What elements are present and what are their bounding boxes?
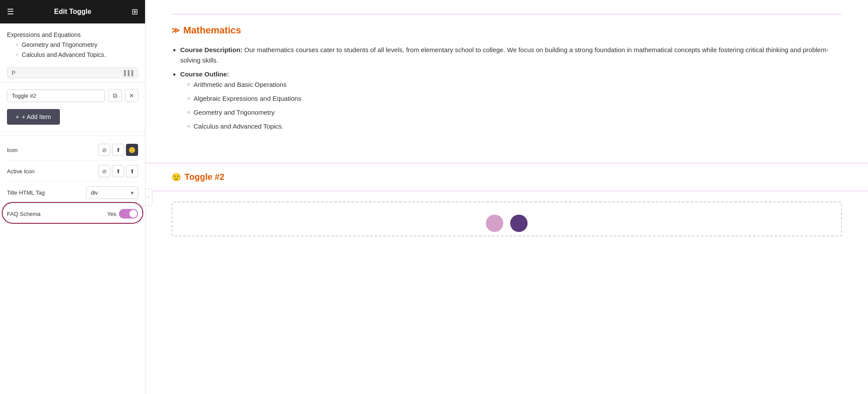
- active-icon-label: Active Icon: [7, 168, 35, 175]
- course-description-item: Course Description: Our mathematics cour…: [180, 45, 842, 66]
- toggle2-header: 🙂 Toggle #2: [145, 163, 868, 191]
- course-description-text: Our mathematics courses cater to student…: [180, 46, 828, 64]
- sidebar: ☰ Edit Toggle ⊞ Expressions and Equation…: [0, 0, 145, 394]
- faq-schema-toggle[interactable]: [119, 209, 138, 219]
- plus-icon: +: [16, 113, 19, 120]
- p-indicator: P ▐▐▐: [7, 67, 138, 78]
- copy-toggle-button[interactable]: ⧉: [109, 89, 122, 102]
- bullet-icon: ○: [16, 51, 18, 58]
- title-html-tag-label: Title HTML Tag: [7, 189, 45, 196]
- outline-item-4: Calculus and Advanced Topics.: [187, 121, 842, 132]
- active-icon-clear-button[interactable]: ⊘: [98, 165, 110, 177]
- icon-upload-button[interactable]: ⬆: [112, 144, 124, 156]
- dashed-placeholder-box: [172, 202, 842, 236]
- mathematics-list: Course Description: Our mathematics cour…: [180, 45, 842, 132]
- outline-sub-list: Arithmetic and Basic Operations Algebrai…: [187, 79, 842, 132]
- mathematics-title: ≫ Mathematics: [172, 25, 842, 36]
- divider2: [0, 132, 145, 132]
- active-icon-buttons: ⊘ ⬆ ⬆: [98, 165, 138, 177]
- hamburger-icon[interactable]: ☰: [7, 7, 14, 17]
- course-description-bold: Course Description:: [180, 46, 242, 53]
- title-html-tag-select-wrapper: div h1 h2 h3 h4 p span ▼: [86, 186, 138, 199]
- mathematics-section: ≫ Mathematics Course Description: Our ma…: [145, 0, 868, 152]
- faq-schema-toggle-wrapper: Yes: [107, 209, 138, 219]
- icon-clear-button[interactable]: ⊘: [98, 144, 110, 156]
- mathematics-body: Course Description: Our mathematics cour…: [172, 45, 842, 132]
- bar-chart-icon: ▐▐▐: [122, 70, 133, 76]
- icon-buttons: ⊘ ⬆ 🙂: [98, 144, 138, 156]
- sidebar-controls: Icon ⊘ ⬆ 🙂 Active Icon ⊘ ⬆ ⬆ Title HTML …: [0, 136, 145, 229]
- divider: [0, 82, 145, 82]
- icon-control-row: Icon ⊘ ⬆ 🙂: [7, 139, 138, 161]
- list-item-geometry: ○ Geometry and Trigonometry: [7, 40, 138, 50]
- list-item-calculus: ○ Calculus and Advanced Topics.: [7, 50, 138, 60]
- sidebar-scroll: Expressions and Equations ○ Geometry and…: [0, 23, 145, 394]
- add-item-button[interactable]: + + Add Item: [7, 109, 60, 125]
- faq-schema-label: FAQ Schema: [7, 211, 40, 217]
- toggle2-title: Toggle #2: [185, 172, 224, 182]
- sidebar-title: Edit Toggle: [54, 8, 92, 16]
- course-outline-bold: Course Outline:: [180, 70, 229, 78]
- title-html-tag-select[interactable]: div h1 h2 h3 h4 p span: [86, 186, 138, 199]
- active-icon-special-button[interactable]: ⬆: [126, 165, 138, 177]
- list-item-expressions: Expressions and Equations: [7, 30, 138, 40]
- dark-action-button[interactable]: [510, 215, 528, 232]
- pink-action-button[interactable]: [486, 215, 503, 232]
- sidebar-header: ☰ Edit Toggle ⊞: [0, 0, 145, 23]
- icon-emoji-button[interactable]: 🙂: [126, 144, 138, 156]
- sidebar-list-area: Expressions and Equations ○ Geometry and…: [0, 23, 145, 64]
- section-top-divider: [172, 14, 842, 14]
- bullet-icon: ○: [16, 41, 18, 48]
- active-icon-upload-button[interactable]: ⬆: [112, 165, 124, 177]
- outline-item-3: Geometry and Trigonometry: [187, 107, 842, 118]
- toggle2-row: ⧉ ✕: [0, 86, 145, 106]
- faq-schema-yes-label: Yes: [107, 211, 116, 217]
- active-icon-control-row: Active Icon ⊘ ⬆ ⬆: [7, 161, 138, 182]
- main-content: ‹ ≫ Mathematics Course Description: Our …: [145, 0, 868, 394]
- course-outline-item: Course Outline: Arithmetic and Basic Ope…: [180, 69, 842, 132]
- toggle2-smiley-icon: 🙂: [172, 172, 181, 182]
- toggle2-name-input[interactable]: [7, 89, 105, 102]
- grid-icon[interactable]: ⊞: [132, 7, 138, 17]
- delete-toggle-button[interactable]: ✕: [125, 89, 138, 102]
- faq-schema-row: FAQ Schema Yes: [7, 204, 138, 222]
- title-html-tag-row: Title HTML Tag div h1 h2 h3 h4 p span ▼: [7, 182, 138, 204]
- collapse-handle[interactable]: ‹: [145, 189, 152, 206]
- expand-icon: ≫: [172, 26, 180, 35]
- toggle-slider: [119, 209, 138, 219]
- outline-item-2: Algebraic Expressions and Equations: [187, 93, 842, 104]
- outline-item-1: Arithmetic and Basic Operations: [187, 79, 842, 90]
- icon-label: Icon: [7, 147, 18, 153]
